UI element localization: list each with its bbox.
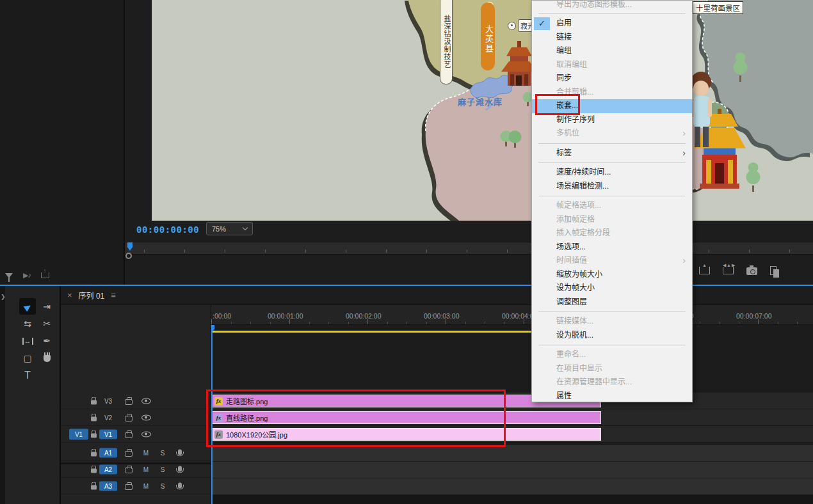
mic-icon[interactable] xyxy=(175,468,185,472)
lock-icon[interactable] xyxy=(89,483,98,490)
menu-item: 插入帧定格分段 xyxy=(532,226,692,240)
lock-icon[interactable] xyxy=(89,431,98,438)
menu-item[interactable]: 标签› xyxy=(532,146,692,161)
menu-item[interactable]: 缩放为帧大小 xyxy=(532,268,692,282)
track-content-a1[interactable] xyxy=(211,445,813,462)
selection-tool[interactable]: ▶ xyxy=(19,298,36,315)
track-select-forward-tool[interactable]: ⇥ xyxy=(38,298,55,315)
sync-lock-icon[interactable] xyxy=(124,397,134,405)
track-header-a2: A2 M S xyxy=(61,462,211,478)
mic-icon[interactable] xyxy=(175,451,185,455)
eye-icon[interactable] xyxy=(140,415,152,421)
ruler-tick xyxy=(446,319,446,324)
tab-close-icon[interactable]: × xyxy=(67,290,72,300)
mic-icon[interactable] xyxy=(175,484,185,489)
menu-item[interactable]: 调整图层 xyxy=(532,295,692,310)
map-label-county: 大英县 xyxy=(481,3,495,70)
time-ruler[interactable]: :00:0000:00:01:0000:00:02:0000:00:03:000… xyxy=(211,305,813,325)
solo-button[interactable]: S xyxy=(158,450,167,457)
menu-item[interactable]: 同步 xyxy=(532,72,692,86)
mute-button[interactable]: M xyxy=(140,466,152,473)
zoom-level-dropdown[interactable]: 75% xyxy=(206,222,253,235)
annotation-box-nest-item xyxy=(535,94,580,115)
source-patch-v1[interactable]: V1 xyxy=(69,429,88,440)
mute-button[interactable]: M xyxy=(140,450,152,457)
filter-funnel-icon[interactable] xyxy=(5,273,13,278)
panel-menu-icon[interactable]: ≡ xyxy=(111,290,116,300)
tools-panel: ▶ ⇥ ⇆ ✂ ↔ ✒ ▢ T xyxy=(5,286,61,504)
extract-button[interactable] xyxy=(723,267,734,274)
type-tool[interactable]: T xyxy=(19,367,36,384)
lock-icon[interactable] xyxy=(89,414,98,421)
eye-icon[interactable] xyxy=(140,432,152,437)
menu-item: 链接媒体... xyxy=(532,315,692,329)
razor-tool[interactable]: ✂ xyxy=(38,315,55,332)
lift-button[interactable] xyxy=(699,267,710,274)
menu-item[interactable]: 场选项... xyxy=(532,240,692,255)
ruler-tick xyxy=(270,322,271,324)
sync-lock-icon[interactable] xyxy=(124,482,134,490)
tab-sequence-01[interactable]: 序列 01 xyxy=(79,290,105,301)
menu-item[interactable]: 场景编辑检测... xyxy=(532,180,692,194)
menu-item[interactable]: 启用✓ xyxy=(532,17,692,31)
mini-ruler-tick xyxy=(467,249,467,253)
pen-tool[interactable]: ✒ xyxy=(38,333,55,349)
mini-ruler-tick xyxy=(789,249,790,253)
ruler-tick xyxy=(387,322,388,324)
rectangle-tool[interactable]: ▢ xyxy=(19,350,36,366)
sync-lock-icon[interactable] xyxy=(124,449,134,457)
track-name-v3[interactable]: V3 xyxy=(99,397,117,406)
comparison-view-button[interactable] xyxy=(770,266,777,275)
ripple-edit-tool[interactable]: ⇆ xyxy=(19,315,36,332)
eye-icon[interactable] xyxy=(140,398,152,404)
menu-item[interactable]: 设为脱机... xyxy=(532,329,692,343)
sync-lock-icon[interactable] xyxy=(124,430,134,438)
mini-ruler-tick xyxy=(749,249,750,253)
hand-tool[interactable] xyxy=(38,350,55,366)
ruler-tick xyxy=(309,322,310,324)
solo-button[interactable]: S xyxy=(158,466,167,473)
solo-button[interactable]: S xyxy=(158,483,167,490)
track-name-v2[interactable]: V2 xyxy=(99,413,117,423)
menu-item[interactable]: 速度/持续时间... xyxy=(532,166,692,180)
track-content-a2[interactable] xyxy=(211,462,813,478)
menu-separator xyxy=(538,345,686,345)
lock-icon[interactable] xyxy=(89,450,98,457)
menu-item[interactable]: 链接 xyxy=(532,31,692,45)
sync-lock-icon[interactable] xyxy=(124,466,134,473)
program-monitor: 盐深钻汲制技艺 大英县 寂光寺 麻子滩水库 十里荷画景区 00:00:00:00… xyxy=(125,0,813,285)
menu-item[interactable]: 属性 xyxy=(532,390,692,404)
monitor-playhead[interactable] xyxy=(127,242,133,251)
ruler-tick xyxy=(231,322,232,324)
track-name-v1[interactable]: V1 xyxy=(99,430,117,439)
mini-ruler-tick xyxy=(305,249,306,253)
play-audio-icon[interactable]: ▶♪ xyxy=(23,271,31,280)
export-frame-button[interactable] xyxy=(746,267,757,275)
menu-item[interactable]: 设为帧大小 xyxy=(532,281,692,295)
ruler-label: 00:00:02:00 xyxy=(346,312,381,320)
track-name-a3[interactable]: A3 xyxy=(99,482,117,491)
track-name-a1[interactable]: A1 xyxy=(99,448,117,458)
monitor-timecode: 00:00:00:00 xyxy=(136,224,199,235)
lock-icon[interactable] xyxy=(89,398,98,405)
export-icon[interactable] xyxy=(41,272,49,278)
menu-item: 添加帧定格 xyxy=(532,213,692,227)
track-content-a3[interactable] xyxy=(211,478,813,495)
track-header-a1: A1 M S xyxy=(61,445,211,461)
slip-tool[interactable]: ↔ xyxy=(19,333,36,349)
menu-item: 在项目中显示 xyxy=(532,362,692,376)
monitor-scrubber-knob[interactable] xyxy=(125,253,132,259)
mute-button[interactable]: M xyxy=(140,483,152,490)
track-content-master xyxy=(211,495,813,504)
sync-lock-icon[interactable] xyxy=(124,414,134,421)
ruler-tick xyxy=(211,319,212,324)
menu-item: 在资源管理器中显示... xyxy=(532,375,692,390)
lock-icon[interactable] xyxy=(89,466,98,473)
track-name-a2[interactable]: A2 xyxy=(99,465,117,475)
collapsed-panel-strip[interactable]: ❯ xyxy=(0,286,5,504)
ruler-tick xyxy=(367,319,368,324)
ruler-tick xyxy=(250,322,251,324)
menu-item[interactable]: 编组 xyxy=(532,44,692,58)
menu-separator xyxy=(538,311,686,312)
monitor-mini-timeline[interactable] xyxy=(125,242,813,255)
